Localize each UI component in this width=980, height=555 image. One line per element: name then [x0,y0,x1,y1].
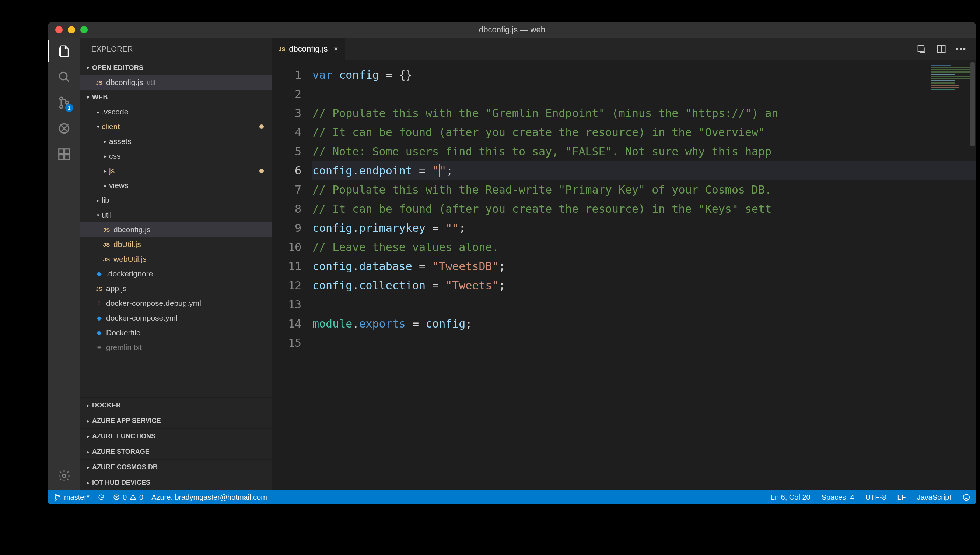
svg-point-2 [60,105,63,108]
panel-azure-app-service[interactable]: ▸AZURE APP SERVICE [80,413,272,428]
status-bar: master* 0 0 Azure: bradymgaster@hotmail.… [48,490,976,504]
docker-file-icon: ◆ [94,270,104,278]
file-dockerignore[interactable]: ◆.dockerignore [80,266,272,281]
chevron-down-icon: ▾ [84,94,92,100]
editor-tabs: JS dbconfig.js × ••• [272,37,976,60]
folder-util[interactable]: ▾util [80,208,272,222]
panel-iot-hub-devices[interactable]: ▸IOT HUB DEVICES [80,475,272,490]
folder-vscode[interactable]: ▸.vscode [80,104,272,119]
svg-point-16 [964,494,970,500]
titlebar[interactable]: dbconfig.js — web [48,22,976,37]
eol-status[interactable]: LF [897,493,906,502]
open-editor-item[interactable]: JS dbconfig.js util [80,75,272,90]
debug-icon[interactable] [56,121,72,136]
chevron-right-icon: ▸ [84,465,92,470]
file-dbutil[interactable]: JSdbUtil.js [80,237,272,252]
panel-azure-storage[interactable]: ▸AZURE STORAGE [80,444,272,459]
file-dbconfig[interactable]: JSdbconfig.js [80,222,272,237]
scrollbar-thumb[interactable] [970,62,975,146]
chevron-right-icon: ▸ [84,434,92,439]
search-icon[interactable] [56,69,72,85]
docker-file-icon: ◆ [94,329,104,337]
chevron-right-icon: ▸ [84,449,92,454]
code-editor[interactable]: 123456789101112131415 var config = {}// … [272,60,976,490]
workspace-header[interactable]: ▾ WEB [80,90,272,104]
svg-rect-7 [65,155,70,160]
git-branch-status[interactable]: master* [54,493,90,502]
split-editor-icon[interactable] [936,43,947,55]
azure-account-status[interactable]: Azure: bradymgaster@hotmail.com [151,493,267,502]
chevron-right-icon: ▸ [84,403,92,408]
chevron-right-icon: ▸ [102,168,109,174]
js-file-icon: JS [94,80,104,86]
extensions-icon[interactable] [56,146,72,162]
chevron-right-icon: ▸ [84,480,92,486]
svg-point-13 [55,499,56,500]
explorer-icon[interactable] [56,43,72,59]
explorer-sidebar: EXPLORER ▾ OPEN EDITORS JS dbconfig.js u… [80,37,272,490]
docker-file-icon: ◆ [94,314,104,322]
traffic-lights [48,26,88,34]
modified-dot-icon [259,168,264,173]
file-gremlin[interactable]: ≡gremlin txt [80,340,272,355]
svg-rect-6 [59,155,64,160]
folder-js[interactable]: ▸js [80,164,272,178]
svg-rect-10 [918,46,924,51]
folder-views[interactable]: ▸views [80,178,272,193]
svg-point-9 [63,475,66,478]
file-dockerfile[interactable]: ◆Dockerfile [80,326,272,340]
folder-css[interactable]: ▸css [80,149,272,164]
file-tree: ▸.vscode ▾client ▸assets ▸css ▸js ▸views… [80,104,272,355]
chevron-down-icon: ▾ [94,124,102,130]
editor-group: JS dbconfig.js × ••• 1234567891011121314… [272,37,976,490]
maximize-button[interactable] [80,26,88,34]
sidebar-title: EXPLORER [80,37,272,60]
cursor-position-status[interactable]: Ln 6, Col 20 [771,493,811,502]
close-button[interactable] [55,26,63,34]
file-compose[interactable]: ◆docker-compose.yml [80,311,272,326]
language-mode-status[interactable]: JavaScript [917,493,951,502]
compare-changes-icon[interactable] [916,43,927,55]
minimize-button[interactable] [68,26,75,34]
text-file-icon: ≡ [94,344,104,351]
panel-azure-cosmos-db[interactable]: ▸AZURE COSMOS DB [80,459,272,475]
folder-assets[interactable]: ▸assets [80,134,272,149]
vertical-scrollbar[interactable] [969,60,976,490]
chevron-right-icon: ▸ [84,419,92,423]
more-actions-icon[interactable]: ••• [956,43,967,55]
modified-dot-icon [259,124,264,129]
indentation-status[interactable]: Spaces: 4 [822,493,854,502]
js-file-icon: JS [102,227,111,233]
minimap[interactable] [931,65,975,94]
problems-status[interactable]: 0 0 [113,493,143,502]
code-content[interactable]: var config = {}// Populate this with the… [312,60,976,490]
chevron-down-icon: ▾ [94,212,102,218]
folder-client[interactable]: ▾client [80,119,272,134]
settings-gear-icon[interactable] [56,468,72,484]
editor-actions: ••• [916,37,976,60]
svg-rect-8 [65,149,70,154]
chevron-right-icon: ▸ [102,139,109,144]
svg-point-14 [59,496,60,497]
chevron-right-icon: ▸ [102,154,109,159]
folder-lib[interactable]: ▸lib [80,193,272,208]
encoding-status[interactable]: UTF-8 [866,493,887,502]
sidebar-collapsed-panels: ▸DOCKER ▸AZURE APP SERVICE ▸AZURE FUNCTI… [80,398,272,490]
tab-label: dbconfig.js [289,44,328,54]
panel-docker[interactable]: ▸DOCKER [80,398,272,413]
panel-azure-functions[interactable]: ▸AZURE FUNCTIONS [80,428,272,444]
feedback-smiley-icon[interactable] [962,493,970,501]
svg-point-0 [59,72,67,80]
js-file-icon: JS [102,241,111,248]
file-compose-debug[interactable]: !docker-compose.debug.yml [80,296,272,311]
close-tab-icon[interactable]: × [334,44,339,54]
sync-status[interactable] [98,494,105,501]
activity-bar: 1 [48,37,80,490]
open-editors-header[interactable]: ▾ OPEN EDITORS [80,60,272,75]
scm-badge: 1 [65,104,73,112]
tab-dbconfig[interactable]: JS dbconfig.js × [272,37,345,60]
file-app[interactable]: JSapp.js [80,281,272,296]
file-webutil[interactable]: JSwebUtil.js [80,252,272,266]
js-file-icon: JS [278,46,285,52]
source-control-icon[interactable]: 1 [56,95,72,111]
